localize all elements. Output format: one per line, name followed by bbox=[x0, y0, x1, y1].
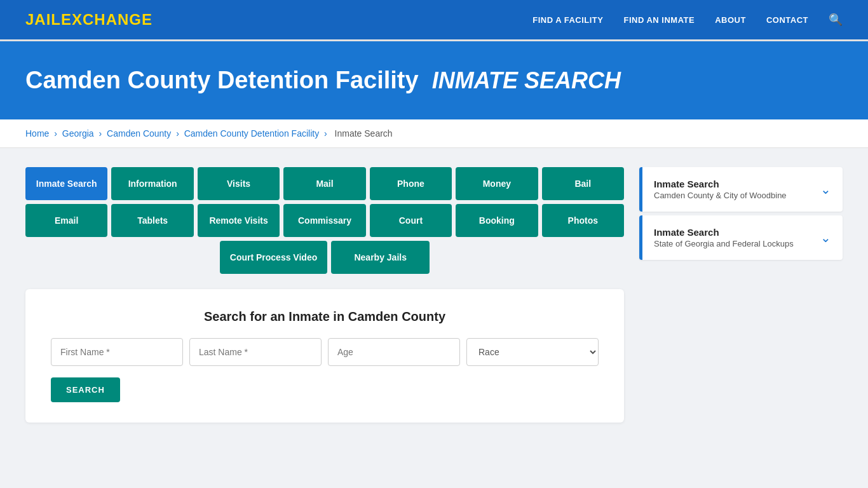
sidebar-card-georgia[interactable]: Inmate Search State of Georgia and Feder… bbox=[639, 215, 843, 260]
tab-photos[interactable]: Photos bbox=[542, 204, 624, 237]
tab-bail[interactable]: Bail bbox=[542, 167, 624, 200]
page-title: Camden County Detention Facility INMATE … bbox=[25, 67, 843, 94]
sidebar-card-camden-text: Inmate Search Camden County & City of Wo… bbox=[654, 179, 787, 200]
search-box: Search for an Inmate in Camden County Ra… bbox=[25, 289, 624, 423]
tab-email[interactable]: Email bbox=[25, 204, 107, 237]
chevron-down-icon: ⌄ bbox=[820, 182, 831, 197]
tab-commissary[interactable]: Commissary bbox=[283, 204, 365, 237]
nav-find-facility[interactable]: FIND A FACILITY bbox=[532, 15, 603, 25]
sidebar-camden-sub: Camden County & City of Woodbine bbox=[654, 191, 787, 200]
tab-inmate-search[interactable]: Inmate Search bbox=[25, 167, 107, 200]
sidebar-camden-title: Inmate Search bbox=[654, 179, 787, 189]
tabs-row2: Email Tablets Remote Visits Commissary C… bbox=[25, 204, 624, 237]
nav-contact[interactable]: CONTACT bbox=[766, 15, 808, 25]
hero-section: Camden County Detention Facility INMATE … bbox=[0, 41, 868, 119]
tabs-row1: Inmate Search Information Visits Mail Ph… bbox=[25, 167, 624, 200]
sidebar-georgia-sub: State of Georgia and Federal Lockups bbox=[654, 239, 794, 248]
nav-links: FIND A FACILITY FIND AN INMATE ABOUT CON… bbox=[532, 13, 843, 27]
nav-find-inmate[interactable]: FIND AN INMATE bbox=[623, 15, 695, 25]
tab-information[interactable]: Information bbox=[111, 167, 193, 200]
tab-money[interactable]: Money bbox=[456, 167, 538, 200]
sidebar-card-camden[interactable]: Inmate Search Camden County & City of Wo… bbox=[639, 167, 843, 212]
tab-mail[interactable]: Mail bbox=[283, 167, 365, 200]
right-sidebar: Inmate Search Camden County & City of Wo… bbox=[639, 167, 843, 264]
search-inputs: Race White Black Hispanic Asian Other bbox=[51, 338, 599, 366]
breadcrumb-home[interactable]: Home bbox=[25, 128, 49, 139]
tab-visits[interactable]: Visits bbox=[198, 167, 280, 200]
tab-court[interactable]: Court bbox=[370, 204, 452, 237]
sidebar-georgia-title: Inmate Search bbox=[654, 227, 794, 238]
sidebar-card-georgia-text: Inmate Search State of Georgia and Feder… bbox=[654, 227, 794, 248]
breadcrumb-camden-county[interactable]: Camden County bbox=[107, 128, 171, 139]
first-name-input[interactable] bbox=[51, 338, 183, 366]
logo-jail: JAIL bbox=[25, 11, 61, 28]
chevron-down-icon-2: ⌄ bbox=[820, 230, 831, 245]
tab-court-process-video[interactable]: Court Process Video bbox=[220, 241, 327, 274]
tab-phone[interactable]: Phone bbox=[370, 167, 452, 200]
nav-about[interactable]: ABOUT bbox=[715, 15, 746, 25]
tab-tablets[interactable]: Tablets bbox=[111, 204, 193, 237]
breadcrumb-georgia[interactable]: Georgia bbox=[62, 128, 94, 139]
hero-subtitle: INMATE SEARCH bbox=[432, 67, 621, 93]
breadcrumb-facility[interactable]: Camden County Detention Facility bbox=[184, 128, 319, 139]
facility-name: Camden County Detention Facility bbox=[25, 67, 419, 93]
search-title: Search for an Inmate in Camden County bbox=[51, 309, 599, 324]
search-icon[interactable]: 🔍 bbox=[829, 13, 843, 27]
age-input[interactable] bbox=[328, 338, 460, 366]
last-name-input[interactable] bbox=[189, 338, 322, 366]
tab-remote-visits[interactable]: Remote Visits bbox=[198, 204, 280, 237]
main-content: Inmate Search Information Visits Mail Ph… bbox=[0, 148, 868, 442]
tab-booking[interactable]: Booking bbox=[456, 204, 538, 237]
search-button[interactable]: SEARCH bbox=[51, 377, 120, 402]
tab-nearby-jails[interactable]: Nearby Jails bbox=[331, 241, 430, 274]
tabs-row3: Court Process Video Nearby Jails bbox=[25, 241, 624, 274]
left-panel: Inmate Search Information Visits Mail Ph… bbox=[25, 167, 624, 423]
race-select[interactable]: Race White Black Hispanic Asian Other bbox=[466, 338, 599, 366]
logo-exchange: EXCHANGE bbox=[61, 11, 153, 28]
navbar: JAILEXCHANGE FIND A FACILITY FIND AN INM… bbox=[0, 0, 868, 41]
site-logo[interactable]: JAILEXCHANGE bbox=[25, 11, 153, 29]
breadcrumb: Home › Georgia › Camden County › Camden … bbox=[0, 119, 868, 148]
breadcrumb-current: Inmate Search bbox=[335, 128, 393, 139]
